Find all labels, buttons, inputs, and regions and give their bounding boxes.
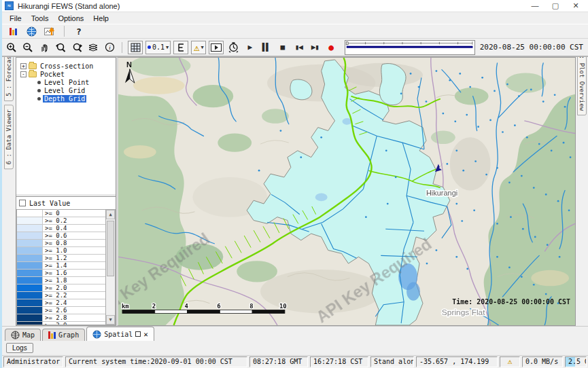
tree-item-level-point[interactable]: Level Point bbox=[28, 78, 114, 86]
legend-row: >= 2.8 bbox=[17, 314, 105, 322]
legend-swatch bbox=[17, 255, 43, 261]
chevron-down-icon: ▼ bbox=[201, 45, 203, 50]
dot-icon bbox=[148, 45, 151, 49]
legend-label: >= 0.4 bbox=[43, 225, 105, 232]
tab-data-viewer[interactable]: 6 : Data Viewer bbox=[4, 105, 14, 169]
tab-forecast[interactable]: 5 : Forecast bbox=[4, 57, 14, 101]
legend-row: >= 0.8 bbox=[17, 240, 105, 247]
legend-row: >= 2.4 bbox=[17, 299, 105, 307]
last-value-checkbox[interactable] bbox=[19, 200, 26, 206]
close-tab-icon[interactable]: ✕ bbox=[143, 330, 148, 339]
pan-icon[interactable] bbox=[37, 41, 51, 54]
legend-row: >= 1.0 bbox=[17, 247, 105, 255]
expand-icon[interactable]: + bbox=[20, 63, 27, 69]
timeline-handle[interactable] bbox=[346, 41, 348, 44]
status-bar: Administrator Current system time:2020-0… bbox=[2, 356, 588, 368]
tree-item-level-grid[interactable]: Level Grid bbox=[28, 86, 114, 94]
maximize-tab-icon[interactable] bbox=[135, 331, 141, 337]
chevron-down-icon: ▼ bbox=[166, 45, 169, 50]
legend-swatch bbox=[17, 277, 43, 284]
legend-swatch bbox=[17, 217, 43, 224]
legend-row: >= 0.2 bbox=[17, 217, 105, 225]
scale-bar-button[interactable] bbox=[173, 41, 188, 54]
interval-dropdown[interactable]: 0.1 ▼ bbox=[145, 41, 171, 54]
map-canvas[interactable]: API Key Required API Key Required Hikura… bbox=[116, 57, 576, 326]
scroll-down-icon[interactable]: ▼ bbox=[106, 315, 115, 325]
zoom-out-icon[interactable] bbox=[21, 41, 35, 54]
tab-spatial[interactable]: Spatial ✕ bbox=[86, 327, 154, 341]
tab-plot-overview[interactable]: 3 : Plot Overview bbox=[577, 57, 587, 115]
tree-item-cross-section[interactable]: + Cross-section bbox=[20, 62, 114, 70]
legend-list: >= 0>= 0.2>= 0.4>= 0.6>= 0.8>= 1.0>= 1.2… bbox=[16, 209, 105, 325]
timeseries-icon[interactable] bbox=[43, 24, 56, 38]
stop-button[interactable]: ■ bbox=[275, 41, 289, 54]
status-memory: 2.5 GB bbox=[565, 356, 587, 367]
skip-end-button[interactable]: ▶▮ bbox=[308, 41, 322, 54]
left-tab-strip: 5 : Forecast 6 : Data Viewer bbox=[2, 57, 16, 326]
legend-swatch bbox=[17, 292, 43, 299]
menu-bar: File Tools Options Help bbox=[2, 12, 588, 24]
map-time-label: Time: 2020-08-25 00:00:00 CST bbox=[452, 298, 570, 306]
minimize-button[interactable]: — bbox=[525, 1, 544, 12]
app-icon: ≈ bbox=[5, 1, 14, 10]
legend-label: >= 0.6 bbox=[43, 232, 105, 239]
explorer-icon[interactable] bbox=[6, 24, 20, 38]
legend-label: >= 2.8 bbox=[43, 314, 105, 321]
logs-button[interactable]: Logs bbox=[6, 343, 33, 353]
legend-label: >= 1.6 bbox=[43, 270, 105, 276]
zoom-previous-icon[interactable] bbox=[54, 41, 67, 54]
scroll-thumb[interactable] bbox=[107, 221, 114, 276]
scroll-up-icon[interactable]: ▲ bbox=[106, 210, 115, 219]
svg-text:8: 8 bbox=[249, 303, 253, 310]
status-local-time: 16:27:18 CST bbox=[310, 356, 368, 367]
map-display-icon[interactable] bbox=[24, 24, 38, 38]
legend-row: >= 1.6 bbox=[17, 270, 105, 277]
menu-help[interactable]: Help bbox=[88, 14, 114, 23]
filter-tree: + Cross-section - Pocket Level Point Lev… bbox=[16, 58, 116, 196]
menu-tools[interactable]: Tools bbox=[27, 14, 54, 23]
town-label: Hikurangi bbox=[426, 189, 457, 197]
close-button[interactable]: ✕ bbox=[566, 1, 585, 12]
zoom-next-icon[interactable] bbox=[70, 41, 84, 54]
tab-map[interactable]: Map bbox=[5, 329, 41, 341]
collapse-icon[interactable]: - bbox=[20, 71, 27, 77]
grid-toggle-button[interactable] bbox=[128, 41, 143, 54]
animation-button[interactable] bbox=[209, 41, 224, 54]
title-bar: ≈ Hikurangi FEWS (Stand alone) — ▢ ✕ bbox=[2, 0, 588, 12]
warning-dropdown[interactable]: ⚠ ▼ bbox=[191, 41, 206, 54]
legend-label: >= 2.2 bbox=[43, 292, 105, 299]
legend-swatch bbox=[17, 232, 43, 239]
legend-scrollbar[interactable]: ▲ ▼ bbox=[105, 209, 116, 325]
play-button[interactable]: ▶ bbox=[243, 41, 256, 54]
timer-icon[interactable] bbox=[226, 41, 240, 54]
menu-options[interactable]: Options bbox=[53, 14, 88, 23]
tree-item-pocket[interactable]: - Pocket bbox=[20, 70, 114, 78]
legend-swatch bbox=[17, 299, 43, 306]
node-icon bbox=[37, 89, 41, 92]
tree-item-depth-grid[interactable]: Depth Grid bbox=[28, 94, 114, 103]
legend-swatch bbox=[17, 284, 43, 291]
node-icon bbox=[37, 81, 41, 84]
timeline-slider[interactable] bbox=[345, 40, 474, 55]
info-icon[interactable]: i bbox=[103, 41, 116, 54]
layers-icon[interactable] bbox=[86, 41, 100, 54]
legend-row: >= 1.4 bbox=[17, 262, 105, 270]
skip-start-button[interactable]: ▮◀ bbox=[292, 41, 305, 54]
menu-file[interactable]: File bbox=[5, 14, 27, 23]
bars-icon bbox=[48, 331, 56, 339]
area-label: Springs Flat bbox=[442, 308, 485, 317]
legend-swatch bbox=[17, 210, 43, 217]
legend-row: >= 2.6 bbox=[17, 307, 105, 314]
folder-icon bbox=[29, 71, 37, 77]
app-window: ≈ Hikurangi FEWS (Stand alone) — ▢ ✕ Fil… bbox=[0, 0, 588, 368]
pause-button[interactable]: ▌▌ bbox=[259, 41, 273, 54]
maximize-button[interactable]: ▢ bbox=[546, 1, 565, 12]
zoom-in-icon[interactable] bbox=[5, 41, 18, 54]
status-net-speed: 0.0 MB/s bbox=[522, 356, 563, 367]
legend-label: >= 1.2 bbox=[43, 255, 105, 261]
help-icon[interactable]: ? bbox=[72, 24, 86, 38]
record-button[interactable]: ● bbox=[324, 41, 338, 54]
interval-value: 0.1 bbox=[152, 43, 165, 51]
tab-graph[interactable]: Graph bbox=[42, 329, 85, 341]
legend-label: >= 2.4 bbox=[43, 299, 105, 306]
